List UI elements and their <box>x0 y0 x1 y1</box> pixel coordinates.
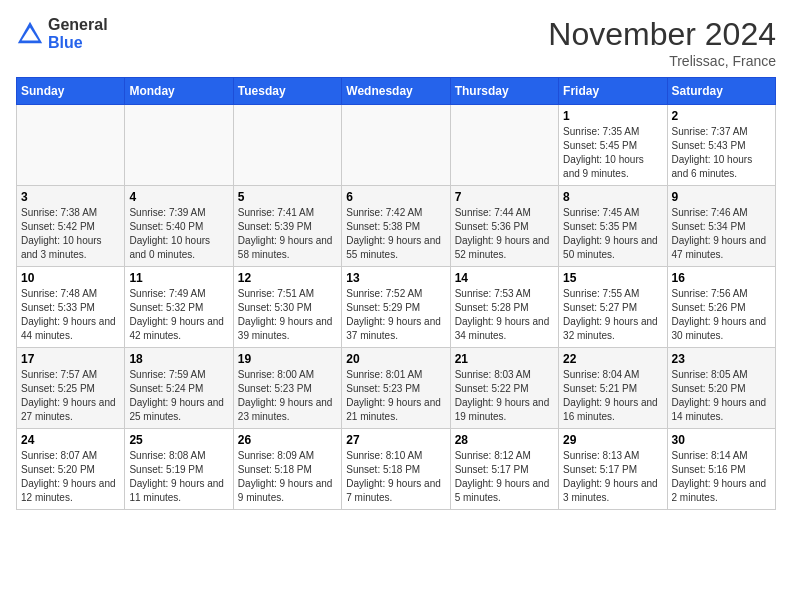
day-number: 18 <box>129 352 228 366</box>
day-number: 9 <box>672 190 771 204</box>
day-number: 14 <box>455 271 554 285</box>
day-info: Sunrise: 8:10 AM Sunset: 5:18 PM Dayligh… <box>346 449 445 505</box>
calendar-cell: 23 Sunrise: 8:05 AM Sunset: 5:20 PM Dayl… <box>667 348 775 429</box>
day-info: Sunrise: 7:51 AM Sunset: 5:30 PM Dayligh… <box>238 287 337 343</box>
day-info: Sunrise: 8:01 AM Sunset: 5:23 PM Dayligh… <box>346 368 445 424</box>
day-number: 15 <box>563 271 662 285</box>
day-number: 8 <box>563 190 662 204</box>
day-number: 17 <box>21 352 120 366</box>
day-number: 16 <box>672 271 771 285</box>
calendar-cell <box>17 105 125 186</box>
day-info: Sunrise: 8:14 AM Sunset: 5:16 PM Dayligh… <box>672 449 771 505</box>
weekday-header-row: SundayMondayTuesdayWednesdayThursdayFrid… <box>17 78 776 105</box>
day-number: 11 <box>129 271 228 285</box>
day-number: 26 <box>238 433 337 447</box>
day-info: Sunrise: 7:46 AM Sunset: 5:34 PM Dayligh… <box>672 206 771 262</box>
calendar-cell: 13 Sunrise: 7:52 AM Sunset: 5:29 PM Dayl… <box>342 267 450 348</box>
day-info: Sunrise: 7:42 AM Sunset: 5:38 PM Dayligh… <box>346 206 445 262</box>
day-number: 25 <box>129 433 228 447</box>
day-number: 5 <box>238 190 337 204</box>
day-number: 21 <box>455 352 554 366</box>
logo-blue: Blue <box>48 34 108 52</box>
logo-icon <box>16 20 44 48</box>
calendar-week-1: 1 Sunrise: 7:35 AM Sunset: 5:45 PM Dayli… <box>17 105 776 186</box>
logo-general: General <box>48 16 108 34</box>
calendar-cell: 9 Sunrise: 7:46 AM Sunset: 5:34 PM Dayli… <box>667 186 775 267</box>
day-info: Sunrise: 7:53 AM Sunset: 5:28 PM Dayligh… <box>455 287 554 343</box>
location: Trelissac, France <box>548 53 776 69</box>
day-number: 20 <box>346 352 445 366</box>
day-number: 19 <box>238 352 337 366</box>
calendar-cell: 3 Sunrise: 7:38 AM Sunset: 5:42 PM Dayli… <box>17 186 125 267</box>
day-number: 4 <box>129 190 228 204</box>
calendar-cell: 19 Sunrise: 8:00 AM Sunset: 5:23 PM Dayl… <box>233 348 341 429</box>
weekday-header-sunday: Sunday <box>17 78 125 105</box>
calendar-cell: 17 Sunrise: 7:57 AM Sunset: 5:25 PM Dayl… <box>17 348 125 429</box>
day-info: Sunrise: 8:12 AM Sunset: 5:17 PM Dayligh… <box>455 449 554 505</box>
weekday-header-saturday: Saturday <box>667 78 775 105</box>
title-block: November 2024 Trelissac, France <box>548 16 776 69</box>
calendar-week-2: 3 Sunrise: 7:38 AM Sunset: 5:42 PM Dayli… <box>17 186 776 267</box>
day-info: Sunrise: 7:57 AM Sunset: 5:25 PM Dayligh… <box>21 368 120 424</box>
calendar-week-4: 17 Sunrise: 7:57 AM Sunset: 5:25 PM Dayl… <box>17 348 776 429</box>
calendar-cell: 21 Sunrise: 8:03 AM Sunset: 5:22 PM Dayl… <box>450 348 558 429</box>
day-info: Sunrise: 8:04 AM Sunset: 5:21 PM Dayligh… <box>563 368 662 424</box>
calendar-table: SundayMondayTuesdayWednesdayThursdayFrid… <box>16 77 776 510</box>
calendar-cell: 20 Sunrise: 8:01 AM Sunset: 5:23 PM Dayl… <box>342 348 450 429</box>
calendar-cell: 1 Sunrise: 7:35 AM Sunset: 5:45 PM Dayli… <box>559 105 667 186</box>
day-info: Sunrise: 7:37 AM Sunset: 5:43 PM Dayligh… <box>672 125 771 181</box>
logo: General Blue <box>16 16 108 51</box>
calendar-cell: 24 Sunrise: 8:07 AM Sunset: 5:20 PM Dayl… <box>17 429 125 510</box>
calendar-cell <box>233 105 341 186</box>
day-info: Sunrise: 7:35 AM Sunset: 5:45 PM Dayligh… <box>563 125 662 181</box>
calendar-cell: 16 Sunrise: 7:56 AM Sunset: 5:26 PM Dayl… <box>667 267 775 348</box>
calendar-cell <box>450 105 558 186</box>
day-number: 12 <box>238 271 337 285</box>
calendar-cell: 27 Sunrise: 8:10 AM Sunset: 5:18 PM Dayl… <box>342 429 450 510</box>
calendar-cell: 11 Sunrise: 7:49 AM Sunset: 5:32 PM Dayl… <box>125 267 233 348</box>
day-info: Sunrise: 8:08 AM Sunset: 5:19 PM Dayligh… <box>129 449 228 505</box>
calendar-cell: 6 Sunrise: 7:42 AM Sunset: 5:38 PM Dayli… <box>342 186 450 267</box>
calendar-cell: 10 Sunrise: 7:48 AM Sunset: 5:33 PM Dayl… <box>17 267 125 348</box>
calendar-cell: 22 Sunrise: 8:04 AM Sunset: 5:21 PM Dayl… <box>559 348 667 429</box>
day-info: Sunrise: 7:44 AM Sunset: 5:36 PM Dayligh… <box>455 206 554 262</box>
day-number: 13 <box>346 271 445 285</box>
day-info: Sunrise: 7:55 AM Sunset: 5:27 PM Dayligh… <box>563 287 662 343</box>
calendar-cell: 7 Sunrise: 7:44 AM Sunset: 5:36 PM Dayli… <box>450 186 558 267</box>
day-number: 27 <box>346 433 445 447</box>
calendar-cell: 25 Sunrise: 8:08 AM Sunset: 5:19 PM Dayl… <box>125 429 233 510</box>
day-info: Sunrise: 7:45 AM Sunset: 5:35 PM Dayligh… <box>563 206 662 262</box>
calendar-cell: 2 Sunrise: 7:37 AM Sunset: 5:43 PM Dayli… <box>667 105 775 186</box>
day-info: Sunrise: 8:03 AM Sunset: 5:22 PM Dayligh… <box>455 368 554 424</box>
calendar-cell: 26 Sunrise: 8:09 AM Sunset: 5:18 PM Dayl… <box>233 429 341 510</box>
calendar-cell: 4 Sunrise: 7:39 AM Sunset: 5:40 PM Dayli… <box>125 186 233 267</box>
weekday-header-friday: Friday <box>559 78 667 105</box>
day-number: 1 <box>563 109 662 123</box>
day-info: Sunrise: 7:41 AM Sunset: 5:39 PM Dayligh… <box>238 206 337 262</box>
calendar-week-3: 10 Sunrise: 7:48 AM Sunset: 5:33 PM Dayl… <box>17 267 776 348</box>
calendar-cell: 8 Sunrise: 7:45 AM Sunset: 5:35 PM Dayli… <box>559 186 667 267</box>
day-info: Sunrise: 7:48 AM Sunset: 5:33 PM Dayligh… <box>21 287 120 343</box>
day-info: Sunrise: 7:52 AM Sunset: 5:29 PM Dayligh… <box>346 287 445 343</box>
day-info: Sunrise: 7:39 AM Sunset: 5:40 PM Dayligh… <box>129 206 228 262</box>
weekday-header-tuesday: Tuesday <box>233 78 341 105</box>
day-number: 6 <box>346 190 445 204</box>
day-number: 22 <box>563 352 662 366</box>
day-info: Sunrise: 7:56 AM Sunset: 5:26 PM Dayligh… <box>672 287 771 343</box>
calendar-cell <box>125 105 233 186</box>
day-number: 2 <box>672 109 771 123</box>
day-info: Sunrise: 8:13 AM Sunset: 5:17 PM Dayligh… <box>563 449 662 505</box>
calendar-cell: 15 Sunrise: 7:55 AM Sunset: 5:27 PM Dayl… <box>559 267 667 348</box>
day-number: 30 <box>672 433 771 447</box>
day-number: 10 <box>21 271 120 285</box>
day-number: 7 <box>455 190 554 204</box>
day-number: 28 <box>455 433 554 447</box>
day-info: Sunrise: 7:59 AM Sunset: 5:24 PM Dayligh… <box>129 368 228 424</box>
calendar-cell: 12 Sunrise: 7:51 AM Sunset: 5:30 PM Dayl… <box>233 267 341 348</box>
weekday-header-wednesday: Wednesday <box>342 78 450 105</box>
day-info: Sunrise: 7:38 AM Sunset: 5:42 PM Dayligh… <box>21 206 120 262</box>
weekday-header-thursday: Thursday <box>450 78 558 105</box>
calendar-cell: 14 Sunrise: 7:53 AM Sunset: 5:28 PM Dayl… <box>450 267 558 348</box>
month-title: November 2024 <box>548 16 776 53</box>
day-number: 29 <box>563 433 662 447</box>
